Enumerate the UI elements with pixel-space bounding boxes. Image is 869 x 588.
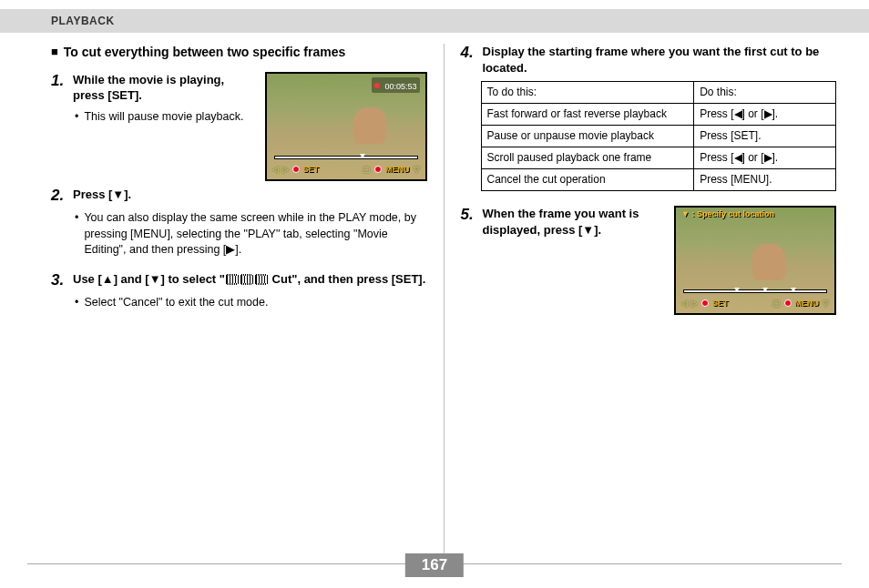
- menu-label: MENU: [795, 299, 820, 308]
- step-1-bullet: • This will pause movie playback.: [75, 109, 256, 126]
- film-strip-icon: [226, 275, 239, 284]
- step-number: 4.: [461, 44, 479, 62]
- step-3-label: Use [▲] and [▼] to select " Cut", and th…: [73, 271, 427, 288]
- stop-icon: ▢: [772, 299, 781, 308]
- step-3-label-before: Use [▲] and [▼] to select ": [73, 272, 225, 286]
- play-icon: ▷: [691, 299, 698, 308]
- play-icon: ▷: [282, 165, 289, 174]
- table-cell: Press [MENU].: [694, 169, 836, 191]
- bullet-icon: •: [75, 210, 78, 227]
- table-row: Pause or unpause movie playback Press [S…: [481, 126, 836, 147]
- film-strip-icon: [255, 275, 268, 284]
- table-cell: Press [SET].: [694, 126, 836, 147]
- left-arrow-icon: ◁: [681, 299, 688, 308]
- step-5: 5. When the frame you want is displayed,…: [461, 206, 666, 238]
- step-4-label: Display the starting frame where you wan…: [483, 44, 837, 76]
- step-2-label: Press [▼].: [73, 187, 427, 203]
- command-table: To do this: Do this: Fast forward or fas…: [481, 81, 837, 191]
- subsection-title-text: To cut everything between two specific f…: [64, 44, 345, 61]
- section-header-text: PLAYBACK: [51, 15, 115, 27]
- subsection-title: ■ To cut everything between two specific…: [51, 44, 427, 61]
- down-arrow-icon: ▽: [823, 299, 829, 308]
- table-row: Scroll paused playback one frame Press […: [481, 147, 836, 169]
- table-header-row: To do this: Do this:: [481, 82, 836, 104]
- step-2-bullet: • You can also display the same screen w…: [75, 210, 427, 259]
- step-1-bullet-text: This will pause movie playback.: [84, 109, 243, 126]
- timer-text: 00:05:53: [384, 82, 416, 91]
- down-arrow-icon: ▽: [414, 165, 420, 174]
- screenshot-thumbnail-1: 00:05:53 ◁ ▷ SET ▢ MENU ▽: [265, 72, 427, 181]
- right-column: 4. Display the starting frame where you …: [455, 44, 843, 553]
- step-3-bullet-text: Select "Cancel" to exit the cut mode.: [84, 295, 268, 311]
- bullet-icon: •: [75, 295, 78, 311]
- deer-graphic: [353, 107, 386, 144]
- menu-label: MENU: [385, 165, 410, 174]
- step-number: 2.: [51, 187, 69, 205]
- set-label: SET: [712, 299, 729, 308]
- table-row: Fast forward or fast reverse playback Pr…: [481, 104, 836, 126]
- step-1-label: While the movie is playing, press [SET].: [73, 72, 256, 104]
- table-cell: Press [◀] or [▶].: [694, 147, 836, 169]
- table-cell: Press [◀] or [▶].: [694, 104, 836, 126]
- step-2-bullet-text: You can also display the same screen whi…: [84, 210, 426, 259]
- progress-bar: [683, 289, 827, 293]
- table-header-cell: To do this:: [481, 82, 694, 104]
- red-button-icon: [701, 299, 709, 307]
- table-cell: Scroll paused playback one frame: [481, 147, 694, 169]
- step-5-row: 5. When the frame you want is displayed,…: [461, 206, 837, 315]
- red-button-icon: [374, 166, 382, 173]
- set-label: SET: [303, 165, 320, 174]
- thumbnail-button-row: ◁ ▷ SET ▢ MENU ▽: [681, 297, 829, 309]
- step-3-label-after: Cut", and then press [SET].: [269, 272, 425, 286]
- table-cell: Fast forward or fast reverse playback: [481, 104, 694, 126]
- step-number: 3.: [51, 271, 69, 289]
- left-column: ■ To cut everything between two specific…: [46, 44, 433, 553]
- step-3: 3. Use [▲] and [▼] to select " Cut", and…: [51, 271, 427, 289]
- bullet-icon: •: [75, 109, 78, 126]
- stop-icon: ▢: [363, 165, 371, 174]
- content-area: ■ To cut everything between two specific…: [0, 33, 869, 553]
- left-arrow-icon: ◁: [272, 165, 279, 174]
- progress-bar: [274, 156, 418, 159]
- thumbnail-button-row: ◁ ▷ SET ▢ MENU ▽: [272, 163, 420, 176]
- record-dot-icon: [374, 83, 380, 88]
- step-1-row: 1. While the movie is playing, press [SE…: [51, 72, 427, 181]
- red-button-icon: [292, 166, 300, 173]
- section-header: PLAYBACK: [0, 9, 869, 33]
- step-2: 2. Press [▼].: [51, 187, 427, 205]
- deer-graphic: [752, 244, 785, 280]
- step-1: 1. While the movie is playing, press [SE…: [51, 72, 256, 104]
- film-strip-icon: [240, 275, 253, 284]
- playback-timer: 00:05:53: [372, 77, 420, 93]
- table-cell: Pause or unpause movie playback: [481, 126, 694, 147]
- screenshot-thumbnail-2: ▼ : Specify cut location ◁ ▷ SET ▢: [674, 206, 836, 315]
- step-5-label: When the frame you want is displayed, pr…: [483, 206, 666, 238]
- column-divider: [444, 44, 445, 553]
- page-number: 167: [405, 553, 464, 577]
- step-3-bullet: • Select "Cancel" to exit the cut mode.: [75, 295, 427, 311]
- step-number: 5.: [461, 206, 479, 224]
- step-number: 1.: [51, 72, 69, 90]
- red-button-icon: [784, 299, 792, 307]
- square-bullet-icon: ■: [51, 44, 58, 61]
- table-cell: Cancel the cut operation: [481, 169, 694, 191]
- step-4: 4. Display the starting frame where you …: [461, 44, 837, 76]
- table-header-cell: Do this:: [694, 82, 836, 104]
- thumbnail-top-label: ▼ : Specify cut location: [681, 209, 774, 218]
- table-row: Cancel the cut operation Press [MENU].: [481, 169, 836, 191]
